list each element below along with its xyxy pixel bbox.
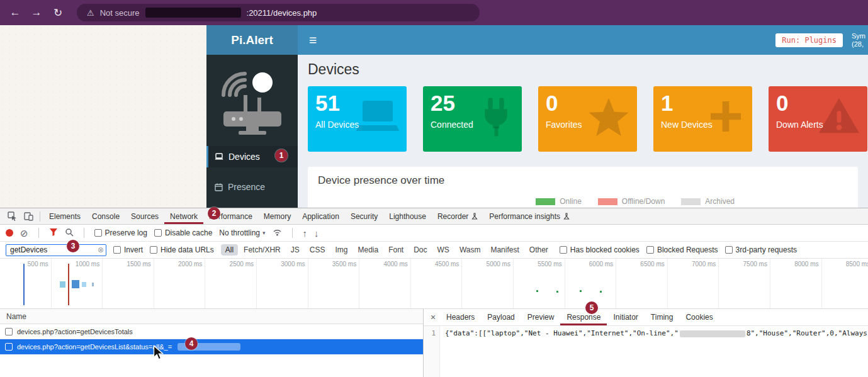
tab-preview[interactable]: Preview [521,309,561,325]
filter-type-other[interactable]: Other [525,244,553,256]
tab-headers[interactable]: Headers [440,309,481,325]
timeline-tick: 1500 ms [103,259,154,308]
request-row-selected[interactable]: devices.php?action=getDevicesList&status… [0,339,423,354]
network-toolbar: ⊘ Preserve log Disable cache No throttli… [0,225,868,242]
presence-panel: Device presence over time Online Offline… [308,167,858,208]
clear-icon[interactable]: ⊘ [20,228,28,238]
card-all-devices[interactable]: 51 All Devices [308,86,407,152]
device-toolbar-icon[interactable] [20,208,37,224]
filter-funnel-icon[interactable] [49,228,58,238]
tab-label: Recorder [437,212,468,221]
legend-offline[interactable]: Offline/Down [598,197,665,206]
page-area: Pi.Alert [0,25,868,208]
back-icon[interactable]: ← [9,6,21,19]
tab-network[interactable]: Network [164,208,203,224]
clear-filter-icon[interactable]: ⊗ [98,245,104,254]
filter-input[interactable] [10,245,96,254]
tab-recorder[interactable]: Recorder [432,208,483,224]
legend-online[interactable]: Online [536,197,582,206]
blocked-requests-checkbox[interactable]: Blocked Requests [646,245,718,254]
filter-type-media[interactable]: Media [353,244,383,256]
hide-data-urls-checkbox[interactable]: Hide data URLs [150,245,214,254]
search-icon[interactable] [65,228,74,239]
address-bar[interactable]: ⚠ Not secure :20211/devices.php [77,4,480,21]
sidebar-item-label: Devices [228,152,260,162]
filter-type-css[interactable]: CSS [305,244,330,256]
forward-icon[interactable]: → [30,6,43,19]
tab-security[interactable]: Security [345,208,383,224]
export-har-icon[interactable]: ↓ [314,228,319,238]
network-conditions-icon[interactable] [273,228,282,238]
annotation-step-3: 3 [67,240,79,252]
timeline-tick: 3500 ms [308,259,360,308]
laptop-icon [355,96,400,138]
filter-type-manifest[interactable]: Manifest [486,244,523,256]
tab-label: Elements [49,212,81,221]
request-checkbox[interactable] [5,328,13,335]
timeline-tick: 2000 ms [154,259,206,308]
tab-label: Sources [131,212,159,221]
card-down-alerts[interactable]: 0 Down Alerts [769,86,867,152]
checkbox-label: Hide data URLs [161,245,214,254]
tab-memory[interactable]: Memory [258,208,296,224]
tab-lighthouse[interactable]: Lighthouse [383,208,432,224]
tab-response[interactable]: Response [560,309,607,325]
preserve-log-checkbox[interactable]: Preserve log [94,228,147,237]
checkbox [150,246,157,254]
network-filterbar: ⊗ Invert Hide data URLs All Fetch/XHR JS… [0,242,868,259]
annotation-step-1: 1 [275,149,288,162]
tab-initiator[interactable]: Initiator [607,309,644,325]
requests-name-header[interactable]: Name [0,309,423,324]
brand-logo[interactable]: Pi.Alert [206,25,298,55]
response-text-prefix: {"data":[["laptop","Net - Huawei","Inter… [445,329,679,337]
checkbox-label: Blocked Requests [657,245,718,254]
checkbox [560,246,567,254]
filter-type-font[interactable]: Font [384,244,408,256]
legend-archived[interactable]: Archived [681,197,735,206]
tab-application[interactable]: Application [296,208,345,224]
filter-type-all[interactable]: All [221,244,238,256]
network-overview-timeline[interactable]: 500 ms 1000 ms 1500 ms 2000 ms 2500 ms 3… [0,259,868,309]
third-party-requests-checkbox[interactable]: 3rd-party requests [725,245,797,254]
tab-console[interactable]: Console [86,208,125,224]
tab-cookies[interactable]: Cookies [679,309,719,325]
request-row[interactable]: devices.php?action=getDevicesTotals [0,324,423,339]
redacted-host [145,8,241,18]
filter-type-img[interactable]: Img [330,244,352,256]
tab-timing[interactable]: Timing [645,309,680,325]
annotation-step-2: 2 [208,207,220,220]
legend-label: Offline/Down [622,197,665,206]
tab-elements[interactable]: Elements [43,208,86,224]
sidebar-toggle-icon[interactable]: ≡ [309,33,317,47]
record-button[interactable] [6,229,13,237]
close-icon[interactable]: × [426,312,440,322]
tab-performance-insights[interactable]: Performance insights [483,208,575,224]
disable-cache-checkbox[interactable]: Disable cache [154,228,212,237]
reload-icon[interactable]: ↻ [52,6,64,20]
app-navbar: ≡ Run: Plugins Sym (28, [298,25,868,55]
request-checkbox[interactable] [5,343,13,351]
throttling-select[interactable]: No throttling ▾ [219,228,265,237]
user-info[interactable]: Sym (28, [852,32,868,48]
filter-type-js[interactable]: JS [286,244,304,256]
import-har-icon[interactable]: ↑ [303,228,308,238]
filter-type-fetch-xhr[interactable]: Fetch/XHR [239,244,285,256]
checkbox [725,246,733,254]
tab-sources[interactable]: Sources [125,208,164,224]
filter-type-ws[interactable]: WS [433,244,454,256]
card-connected[interactable]: 25 Connected [423,86,522,152]
timeline-tick: 7500 ms [719,259,770,308]
run-plugins-button[interactable]: Run: Plugins [775,33,843,47]
card-new-devices[interactable]: 1 New Devices [653,86,752,152]
inspect-element-icon[interactable] [4,208,20,224]
invert-checkbox[interactable]: Invert [113,245,143,254]
sidebar-item-presence[interactable]: Presence [206,176,298,198]
filter-type-doc[interactable]: Doc [409,244,431,256]
timeline-tick: 500 ms [0,259,52,308]
requests-pane: Name devices.php?action=getDevicesTotals… [0,309,423,377]
has-blocked-cookies-checkbox[interactable]: Has blocked cookies [560,245,640,254]
filter-type-wasm[interactable]: Wasm [455,244,485,256]
card-favorites[interactable]: 0 Favorites [538,86,637,152]
tab-payload[interactable]: Payload [481,309,521,325]
tab-label: Lighthouse [389,212,426,221]
